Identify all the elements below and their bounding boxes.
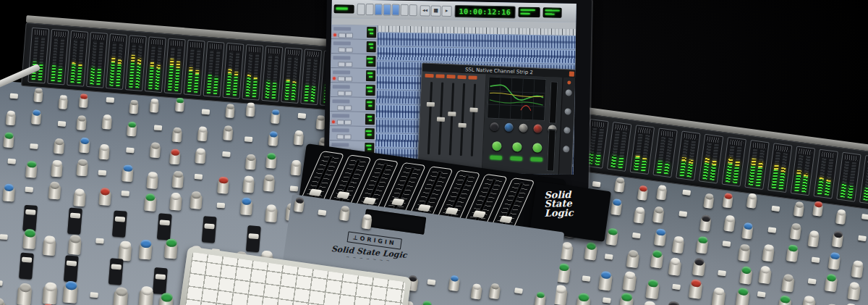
mute-button[interactable] xyxy=(344,105,352,110)
knob[interactable] xyxy=(489,283,501,299)
knob[interactable] xyxy=(703,193,715,209)
knob[interactable] xyxy=(692,257,706,276)
switch-button[interactable] xyxy=(771,206,780,212)
knob[interactable] xyxy=(33,88,43,101)
fader-cap[interactable] xyxy=(159,220,170,225)
switch-button[interactable] xyxy=(7,159,16,164)
knob[interactable] xyxy=(672,235,685,254)
track-header[interactable] xyxy=(330,112,376,127)
knob[interactable] xyxy=(793,201,805,217)
channel-fader-module[interactable] xyxy=(64,255,79,282)
grabber-tool-button[interactable] xyxy=(383,4,391,15)
channel-fader-module[interactable] xyxy=(246,225,261,252)
knob[interactable] xyxy=(622,271,637,291)
knob[interactable] xyxy=(790,222,802,239)
knob[interactable] xyxy=(835,209,847,225)
plugin-fader-cap[interactable] xyxy=(469,107,477,112)
knob[interactable] xyxy=(118,241,132,261)
plugin-output-knob[interactable] xyxy=(564,108,571,114)
play-button[interactable]: ▸ xyxy=(441,5,451,16)
knob[interactable] xyxy=(656,185,668,201)
knob[interactable] xyxy=(576,293,591,305)
plugin-dynamics-knob[interactable] xyxy=(512,142,522,152)
stop-button[interactable]: ■ xyxy=(430,5,441,16)
smart-tool-button[interactable] xyxy=(409,4,417,16)
switch-button[interactable] xyxy=(222,151,231,157)
switch-button[interactable] xyxy=(632,233,641,238)
knob[interactable] xyxy=(2,183,14,201)
solo-button[interactable] xyxy=(337,120,344,125)
switch-button[interactable] xyxy=(808,278,817,284)
knob[interactable] xyxy=(98,188,111,206)
knob[interactable] xyxy=(832,230,844,247)
knob[interactable] xyxy=(98,144,109,160)
track-header[interactable] xyxy=(331,25,378,40)
knob[interactable] xyxy=(63,280,78,303)
mute-button[interactable] xyxy=(346,33,353,38)
fader-cap[interactable] xyxy=(248,233,259,239)
knob[interactable] xyxy=(605,227,618,246)
timecode-display[interactable]: 10:00:12:16 xyxy=(454,5,515,18)
knob[interactable] xyxy=(138,286,153,305)
knob[interactable] xyxy=(736,288,750,305)
knob[interactable] xyxy=(598,271,613,291)
knob[interactable] xyxy=(712,287,726,305)
switch-button[interactable] xyxy=(98,170,107,176)
knob[interactable] xyxy=(150,99,159,112)
switch-button[interactable] xyxy=(603,297,611,303)
solo-button[interactable] xyxy=(338,62,345,67)
knob[interactable] xyxy=(637,185,649,201)
switch-button[interactable] xyxy=(90,292,98,298)
channel-fader-module[interactable] xyxy=(109,258,124,285)
knob[interactable] xyxy=(113,287,128,305)
fader-cap[interactable] xyxy=(111,264,122,270)
record-enable-led[interactable] xyxy=(332,120,335,123)
mute-button[interactable] xyxy=(345,62,352,67)
knob[interactable] xyxy=(746,193,758,209)
knob[interactable] xyxy=(127,122,137,137)
channel-fader-module[interactable] xyxy=(67,208,82,235)
knob[interactable] xyxy=(25,161,37,178)
switch-button[interactable] xyxy=(0,234,8,240)
knob[interactable] xyxy=(150,142,161,158)
knob[interactable] xyxy=(634,206,646,223)
knob[interactable] xyxy=(0,297,6,305)
knob[interactable] xyxy=(240,197,252,215)
knob[interactable] xyxy=(339,206,351,222)
plugin-output-knob[interactable] xyxy=(566,89,572,96)
channel-fader-module[interactable] xyxy=(153,267,168,294)
knob[interactable] xyxy=(361,214,373,230)
knob[interactable] xyxy=(102,114,112,130)
mute-button[interactable] xyxy=(346,47,353,52)
knob[interactable] xyxy=(689,279,703,299)
knob[interactable] xyxy=(618,293,634,305)
solo-button[interactable] xyxy=(338,76,345,81)
trim-tool-button[interactable] xyxy=(366,4,374,15)
switch-button[interactable] xyxy=(318,209,326,215)
knob[interactable] xyxy=(172,127,182,142)
plugin-eq-knob[interactable] xyxy=(490,122,499,132)
mute-button[interactable] xyxy=(345,76,352,81)
knob[interactable] xyxy=(786,244,799,262)
knob[interactable] xyxy=(778,295,792,305)
plugin-fader-cap[interactable] xyxy=(458,123,466,128)
switch-button[interactable] xyxy=(678,211,687,217)
knob[interactable] xyxy=(172,171,184,188)
switch-button[interactable] xyxy=(217,203,226,209)
knob[interactable] xyxy=(722,193,733,209)
knob[interactable] xyxy=(31,109,41,125)
knob[interactable] xyxy=(652,206,665,223)
switch-button[interactable] xyxy=(682,189,691,195)
plugin-output-knob[interactable] xyxy=(563,127,570,133)
solo-button[interactable] xyxy=(339,47,346,52)
knob[interactable] xyxy=(68,235,82,255)
fader-cap[interactable] xyxy=(22,257,33,263)
knob[interactable] xyxy=(265,153,276,169)
knob[interactable] xyxy=(294,130,304,146)
plugin-output-knob[interactable] xyxy=(563,146,569,152)
fader-cap[interactable] xyxy=(25,209,36,215)
knob[interactable] xyxy=(668,257,682,276)
plugin-dynamics-knob[interactable] xyxy=(532,143,542,153)
knob[interactable] xyxy=(175,98,184,112)
knob[interactable] xyxy=(22,229,36,249)
